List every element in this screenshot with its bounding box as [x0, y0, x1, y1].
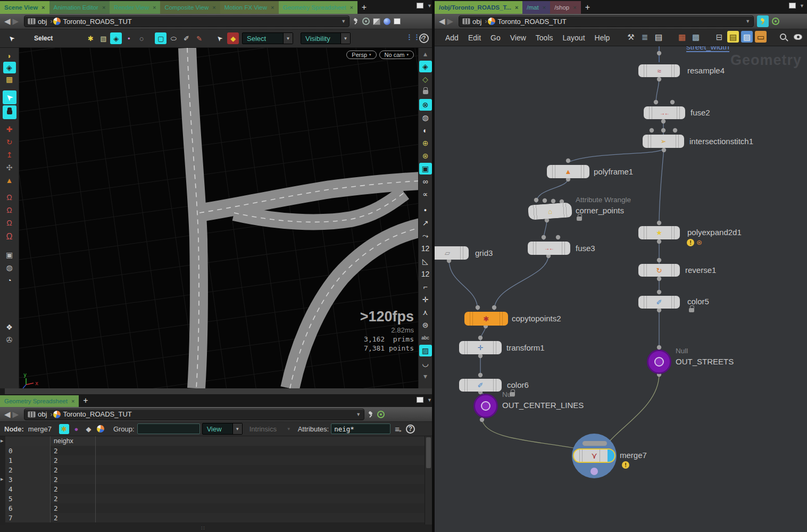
- list-view-icon[interactable]: ▤: [653, 31, 664, 43]
- pin-pane-button[interactable]: [353, 18, 359, 24]
- tab--obj-toronto-roads-t-[interactable]: /obj/Toronto_ROADS_T...×: [435, 1, 522, 14]
- maximize-pane-icon[interactable]: [417, 397, 423, 403]
- breadcrumb-root[interactable]: obj: [38, 410, 47, 418]
- close-tab-icon[interactable]: ×: [543, 4, 546, 11]
- breadcrumb-node[interactable]: Toronto_ROADS_TUT: [63, 18, 131, 26]
- node-polyexpand2d1[interactable]: ★: [638, 226, 680, 239]
- breadcrumb-root[interactable]: obj: [38, 18, 47, 26]
- disable-lighting-icon[interactable]: ⊗: [419, 99, 432, 111]
- row-index-cell[interactable]: 4: [5, 484, 51, 494]
- points-select-icon[interactable]: ✱: [85, 32, 96, 44]
- node-intersectionstitch1[interactable]: ➢: [643, 135, 684, 148]
- intrinsics-dropdown[interactable]: Intrinsics▼: [245, 423, 294, 435]
- pane-layout-icon[interactable]: ⊟: [713, 31, 725, 43]
- rotate-tool-icon[interactable]: ↻: [3, 136, 16, 148]
- table-row[interactable]: 52: [5, 494, 425, 503]
- table-row[interactable]: 62: [5, 503, 425, 513]
- select-arrow-icon[interactable]: ➤: [5, 32, 17, 44]
- back-button[interactable]: ◀: [4, 410, 11, 419]
- node-out-streets[interactable]: [647, 350, 671, 374]
- spreadsheet-scrollbar[interactable]: [425, 436, 432, 525]
- scroll-up-icon[interactable]: ▴: [419, 48, 432, 60]
- breadcrumb-node[interactable]: Toronto_ROADS_TUT: [497, 18, 566, 26]
- table-row[interactable]: 72: [5, 513, 425, 522]
- scene-pane-controls[interactable]: ▼: [417, 3, 432, 9]
- close-tab-icon[interactable]: ×: [71, 398, 74, 404]
- find-icon[interactable]: [777, 31, 789, 43]
- row-index-cell[interactable]: 2: [5, 465, 51, 475]
- node-color5[interactable]: ✐: [638, 296, 680, 309]
- spreadsheet-pane-controls[interactable]: ▼: [417, 397, 432, 403]
- hull-display-icon[interactable]: ⌐: [419, 281, 432, 293]
- close-tab-icon[interactable]: ×: [41, 4, 45, 11]
- row-index-cell[interactable]: 3: [5, 475, 51, 484]
- pane-menu-caret-icon[interactable]: ▼: [427, 3, 432, 9]
- close-tab-icon[interactable]: ×: [153, 4, 156, 11]
- snapshot-icon[interactable]: ▨: [419, 345, 432, 356]
- group-box-icon[interactable]: ◆: [227, 32, 239, 44]
- node-out-center-lines[interactable]: [473, 394, 498, 418]
- ring-select-icon[interactable]: ◌: [136, 32, 147, 44]
- path-dropdown-caret-icon[interactable]: ▼: [745, 19, 750, 24]
- menu-edit[interactable]: Edit: [468, 34, 481, 42]
- menu-go[interactable]: Go: [490, 34, 501, 42]
- tab-motion-fx-view[interactable]: Motion FX View×: [220, 1, 279, 14]
- color-swatch-button[interactable]: [394, 18, 401, 24]
- tools-icon[interactable]: ⚒: [625, 31, 637, 43]
- tab-animation-editor[interactable]: Animation Editor×: [49, 1, 110, 14]
- secure-selection-icon[interactable]: [3, 105, 16, 119]
- material-sphere-icon[interactable]: ◍: [419, 112, 432, 123]
- column-header-neighx[interactable]: neighx: [51, 436, 96, 446]
- grid-plane-icon[interactable]: ◈: [419, 61, 432, 72]
- brush-select-icon[interactable]: ✐: [180, 32, 192, 44]
- snap-point-icon[interactable]: Ω: [3, 217, 16, 229]
- spreadsheet-menu-icon[interactable]: ≡▸: [395, 425, 402, 434]
- vertices-class-icon[interactable]: ●: [71, 424, 81, 434]
- prims-box-icon[interactable]: ▧: [97, 32, 109, 44]
- snap-grid-icon[interactable]: Ω: [3, 192, 16, 203]
- color-palette-icon[interactable]: ▦: [676, 31, 688, 43]
- node-color6[interactable]: ✐: [459, 379, 502, 392]
- node-polyframe1[interactable]: ▲: [547, 165, 589, 178]
- scene-path-field[interactable]: obj › Toronto_ROADS_TUT ▼: [24, 15, 350, 27]
- visibility-dropdown[interactable]: Visibility▼: [301, 32, 351, 44]
- tab-geometry-spreadsheet[interactable]: Geometry Spreadsheet×: [0, 395, 79, 407]
- edges-select-icon[interactable]: ◈: [110, 32, 122, 44]
- pin-pane-button-active[interactable]: [757, 15, 769, 27]
- background-image-icon[interactable]: ▨: [741, 31, 753, 43]
- snap-multi-icon[interactable]: Ω: [3, 230, 16, 244]
- select-type-dropdown[interactable]: Select▼: [242, 32, 293, 44]
- scale-tool-icon[interactable]: ↥: [3, 149, 16, 161]
- warning-badge-icon[interactable]: !: [687, 239, 694, 246]
- scroll-down-icon[interactable]: ▾: [419, 370, 432, 382]
- menu-layout[interactable]: Layout: [563, 34, 585, 42]
- pane-menu-caret-icon[interactable]: ▼: [427, 397, 432, 403]
- back-button[interactable]: ◀: [439, 16, 445, 26]
- points-class-icon[interactable]: ✱: [59, 424, 69, 434]
- lasso-select-icon[interactable]: ⬭: [168, 32, 179, 44]
- link-pane-button[interactable]: [362, 18, 370, 25]
- point-display-icon[interactable]: •: [419, 204, 432, 216]
- new-tab-button[interactable]: +: [79, 394, 92, 407]
- new-tab-button[interactable]: +: [581, 1, 594, 14]
- group-input[interactable]: [137, 423, 200, 434]
- tab--mat[interactable]: /mat×: [522, 1, 550, 14]
- warning-badge-icon[interactable]: !: [622, 461, 629, 469]
- snap-curve-icon[interactable]: Ω: [3, 204, 16, 216]
- network-path-field[interactable]: obj › Toronto_ROADS_TUT ▼: [459, 15, 754, 27]
- back-button[interactable]: ◀: [4, 16, 11, 26]
- spreadsheet-help-button[interactable]: ?: [406, 425, 415, 434]
- gallery-box-icon[interactable]: ▭: [755, 31, 767, 43]
- sticky-note-icon[interactable]: ▤: [727, 31, 739, 43]
- breadcrumb-root[interactable]: obj: [472, 18, 481, 26]
- pen-select-icon[interactable]: ✎: [193, 32, 205, 44]
- tab-geometry-spreadsheet[interactable]: Geometry Spreadsheet×: [279, 1, 357, 14]
- viewport-scrollbar[interactable]: [0, 388, 432, 394]
- table-row[interactable]: 02: [5, 446, 425, 455]
- row-index-cell[interactable]: 7: [5, 513, 51, 522]
- close-tab-icon[interactable]: ×: [102, 4, 105, 11]
- render-region-icon[interactable]: ◔: [3, 275, 16, 286]
- node-corner-points[interactable]: ⌂: [528, 202, 572, 220]
- shade-box-icon[interactable]: ▩: [3, 73, 16, 85]
- point-normal-icon[interactable]: ↗: [419, 217, 432, 229]
